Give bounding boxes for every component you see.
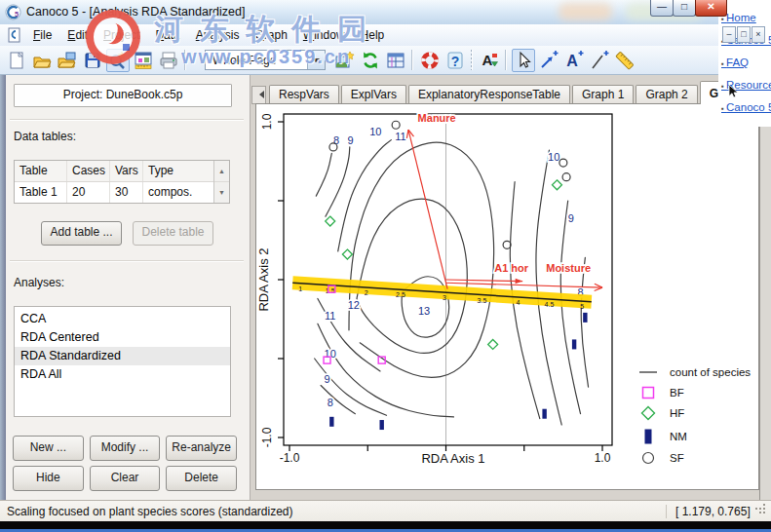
tab-respvars[interactable]: RespVars — [269, 85, 339, 104]
open-project-icon — [31, 50, 53, 71]
save-project-icon — [82, 50, 103, 71]
menu-item-help[interactable]: Help — [353, 25, 393, 45]
close-button[interactable]: ✕ — [695, 0, 727, 17]
window-right-border — [759, 75, 771, 500]
reanalyze-button[interactable]: Re-analyze — [166, 436, 237, 461]
toolbar-icon-select-tool[interactable] — [512, 49, 535, 72]
toolbar-icon-measure[interactable] — [613, 49, 636, 72]
analyses-item-rda-centered[interactable]: RDA Centered — [15, 328, 230, 347]
table-row[interactable]: Table 12030compos. — [15, 182, 229, 203]
rda-biplot-canvas[interactable]: 8910111098121113109811.522.533.544.55Man… — [256, 104, 758, 489]
tab-graph-1[interactable]: Graph 1 — [572, 85, 634, 104]
table-cell: compos. — [143, 182, 202, 203]
toolbar-icon-help[interactable]: ? — [443, 49, 467, 72]
toolbar-icon-refresh-graph[interactable] — [359, 49, 382, 72]
toolbar-icon-print[interactable] — [157, 49, 180, 72]
tab-explvars[interactable]: ExplVars — [341, 85, 406, 104]
modify-analysis-button[interactable]: Modify ... — [90, 436, 161, 461]
menubar: FileEditProjectDataAnalysisGraphWindowHe… — [0, 24, 719, 46]
mdi-restore-button[interactable]: □ — [737, 26, 751, 43]
toolbar-icon-zoom-tool[interactable] — [106, 49, 130, 72]
analyses-item-cca[interactable]: CCA — [15, 310, 230, 328]
menu-item-analysis[interactable]: Analysis — [188, 25, 248, 45]
toolbar-icon-help-ring[interactable] — [418, 49, 442, 72]
analyses-item-rda-all[interactable]: RDA All — [15, 365, 230, 384]
menu-item-project[interactable]: Project — [96, 25, 147, 45]
chevron-down-icon[interactable] — [307, 51, 325, 69]
menu-item-graph[interactable]: Graph — [247, 25, 294, 45]
gradient-band[interactable]: 11.522.533.544.55 — [292, 276, 592, 310]
toolbar-icon-import-project[interactable] — [56, 49, 79, 72]
divider — [10, 260, 244, 261]
tab-graph-2[interactable]: Graph 2 — [636, 85, 697, 104]
analyses-list[interactable]: CCARDA CenteredRDA StandardizedRDA All — [14, 306, 231, 417]
menu-item-window[interactable]: Window — [295, 25, 353, 45]
background-link-faq[interactable]: FAQ — [721, 57, 749, 68]
toolbar-separator — [411, 50, 412, 70]
mdi-minimize-button[interactable]: – — [722, 26, 736, 43]
status-bar: Scaling focused on plant species scores … — [0, 500, 771, 521]
column-header[interactable]: Cases — [67, 161, 110, 181]
table-cell: 30 — [110, 182, 143, 203]
svg-text:12: 12 — [348, 299, 360, 311]
new-analysis-button[interactable]: New ... — [13, 436, 84, 461]
data-tables-grid[interactable]: TableCasesVarsType Table 12030compos. ▲ … — [14, 160, 230, 204]
toolbar-icon-font-color[interactable]: A — [478, 49, 501, 72]
toolbar-icon-add-line[interactable] — [588, 49, 611, 72]
clear-button[interactable]: Clear — [90, 466, 161, 491]
mdi-close-button[interactable]: × — [752, 26, 765, 43]
toolbar: Whole Page?AA — [0, 46, 719, 75]
tab-scroll-left-button[interactable] — [251, 86, 266, 104]
toolbar-icon-save-project[interactable] — [81, 49, 104, 72]
scroll-up-button[interactable]: ▲ — [214, 161, 229, 181]
add-table-button[interactable]: Add table ... — [41, 221, 122, 246]
project-button[interactable]: Project: DuneBook.c5p — [14, 84, 232, 107]
toolbar-icon-page-options[interactable] — [132, 49, 155, 72]
svg-text:NM: NM — [670, 431, 687, 442]
table-buttons: Add table ... Delete table — [41, 221, 213, 246]
column-header[interactable]: Type — [143, 161, 202, 181]
maximize-button[interactable]: □ — [673, 0, 696, 17]
column-header[interactable]: Vars — [110, 161, 143, 181]
tab-explanatoryresponsetable[interactable]: ExplanatoryResponseTable — [408, 85, 570, 104]
delete-button[interactable]: Delete — [166, 466, 237, 491]
svg-text:8: 8 — [328, 397, 333, 408]
plot-legend[interactable]: count of speciesBFHFNMSF — [639, 366, 751, 464]
grid-scrollbar: ▲ ▼ — [213, 161, 229, 203]
toolbar-icon-open-project[interactable] — [30, 49, 54, 72]
delete-table-button[interactable]: Delete table — [133, 221, 213, 246]
svg-text:SF: SF — [670, 452, 684, 464]
app-icon: 5 — [5, 4, 21, 20]
window-titlebar[interactable]: 5 Canoco 5 - [Analysis RDA Standardized] — [0, 0, 720, 24]
page-options-icon — [133, 50, 154, 71]
toolbar-icon-new-window[interactable] — [384, 49, 407, 72]
mdi-child-icon[interactable] — [7, 27, 22, 43]
toolbar-icon-new-project[interactable] — [5, 49, 28, 72]
background-link-canoco-5[interactable]: Canoco 5 — [721, 101, 771, 113]
import-project-icon — [57, 50, 78, 71]
divider — [10, 119, 244, 120]
status-message: Scaling focused on plant species scores … — [7, 505, 293, 518]
svg-text:4: 4 — [516, 299, 520, 306]
zoom-level-value: Whole Page — [212, 54, 276, 67]
menu-item-edit[interactable]: Edit — [59, 25, 96, 45]
column-header[interactable]: Table — [15, 161, 67, 181]
resize-grip[interactable] — [755, 508, 757, 510]
zoom-level-select[interactable]: Whole Page — [205, 50, 326, 70]
scroll-down-button[interactable]: ▼ — [214, 181, 229, 203]
analyses-item-rda-standardized[interactable]: RDA Standardized — [15, 347, 230, 365]
minimize-button[interactable]: — — [650, 0, 674, 17]
analysis-buttons-row1: New ...Modify ...Re-analyze — [13, 436, 237, 461]
analysis-buttons-row2: HideClearDelete — [13, 466, 237, 491]
svg-text:11: 11 — [395, 131, 405, 142]
toolbar-icon-add-text[interactable]: A — [562, 49, 586, 72]
add-arrow-icon — [538, 50, 559, 71]
hide-button[interactable]: Hide — [13, 466, 84, 491]
menu-item-data[interactable]: Data — [147, 25, 187, 45]
menu-item-file[interactable]: File — [25, 25, 59, 45]
data-tables-label: Data tables: — [14, 130, 76, 143]
toolbar-icon-chart-wizard[interactable] — [333, 49, 357, 72]
toolbar-icon-add-arrow[interactable] — [537, 49, 560, 72]
svg-text:5: 5 — [580, 303, 584, 310]
sample-points[interactable] — [324, 121, 588, 430]
